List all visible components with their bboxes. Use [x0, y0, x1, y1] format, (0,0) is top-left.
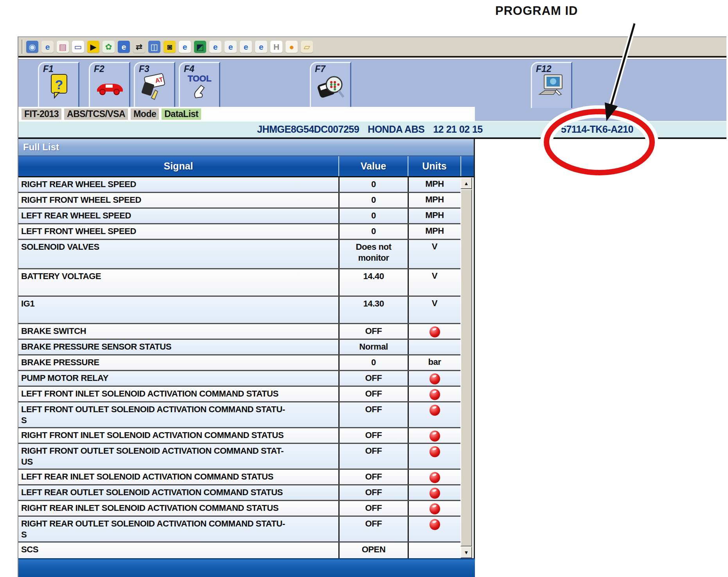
table-row[interactable]: SOLENOID VALVESDoes not monitorV	[18, 240, 460, 269]
tab-mode[interactable]: Mode	[131, 108, 159, 120]
units-cell	[408, 501, 460, 516]
table-row[interactable]: RIGHT REAR WHEEL SPEED0MPH	[18, 177, 460, 193]
table-row[interactable]: BRAKE PRESSURE SENSOR STATUSNormal	[18, 340, 460, 355]
save-icon[interactable]: ◫	[148, 41, 160, 53]
orange-globe-icon[interactable]: ●	[286, 41, 298, 53]
table-row[interactable]: BRAKE PRESSURE0bar	[18, 355, 460, 371]
red-status-led	[430, 373, 440, 384]
signal-cell: RIGHT REAR INLET SOLENOID ACTIVATION COM…	[18, 501, 338, 516]
hds-window: ◉e▤▭▶✿e⇄◫◙e◩eeeeH●▱ F1?F2F3ATF4TOOLF7F12…	[18, 36, 726, 577]
messenger-icon[interactable]: ✿	[102, 41, 115, 53]
pc-icon	[537, 74, 566, 101]
window-icon[interactable]: ▭	[72, 41, 84, 53]
table-row[interactable]: LEFT REAR OUTLET SOLENOID ACTIVATION COM…	[18, 485, 460, 501]
table-row[interactable]: PUMP MOTOR RELAYOFF	[18, 371, 460, 387]
table-row[interactable]: RIGHT REAR OUTLET SOLENOID ACTIVATION CO…	[18, 517, 460, 543]
red-status-led	[430, 431, 440, 442]
fkey-button-f3[interactable]: F3AT	[134, 62, 175, 108]
units-cell	[408, 324, 460, 339]
table-header: Signal Value Units	[18, 156, 474, 177]
table-row[interactable]: RIGHT FRONT INLET SOLENOID ACTIVATION CO…	[18, 428, 460, 444]
vertical-scrollbar[interactable]: ▲ ▼	[460, 177, 472, 558]
column-header-value[interactable]: Value	[338, 156, 408, 176]
value-cell: OPEN	[338, 543, 408, 558]
table-row[interactable]: LEFT FRONT WHEEL SPEED0MPH	[18, 224, 460, 240]
globe-icon[interactable]: ◉	[26, 41, 38, 53]
units-cell	[408, 485, 460, 500]
red-status-led	[430, 389, 440, 400]
column-header-units[interactable]: Units	[408, 156, 460, 176]
ie-icon[interactable]: e	[41, 41, 54, 53]
table-row[interactable]: SCSOPEN	[18, 543, 460, 558]
column-header-stub	[460, 156, 474, 176]
panel-footer-bar	[18, 558, 475, 577]
value-cell: OFF	[338, 470, 408, 484]
fkey-button-f2[interactable]: F2	[89, 62, 130, 108]
sync-arrows-icon[interactable]: ⇄	[133, 41, 145, 53]
units-cell	[408, 428, 460, 443]
table-row[interactable]: BATTERY VOLTAGE14.40V	[18, 269, 460, 297]
media-player-icon[interactable]: ▶	[87, 41, 99, 53]
units-cell	[408, 444, 460, 469]
fkey-button-f1[interactable]: F1?	[38, 62, 79, 108]
svg-text:?: ?	[55, 77, 63, 92]
ie-box-icon[interactable]: e	[118, 41, 130, 53]
signal-cell: LEFT FRONT INLET SOLENOID ACTIVATION COM…	[18, 387, 338, 401]
units-cell	[408, 402, 460, 427]
folder-icon[interactable]: ▱	[301, 41, 313, 53]
table-row[interactable]: LEFT FRONT INLET SOLENOID ACTIVATION COM…	[18, 387, 460, 402]
vin-value: JHMGE8G54DC007259	[257, 124, 359, 135]
signal-cell: PUMP MOTOR RELAY	[18, 371, 338, 386]
network-icon[interactable]: ◩	[194, 41, 206, 53]
fkey-button-f7[interactable]: F7	[310, 62, 351, 108]
column-header-signal[interactable]: Signal	[18, 156, 338, 176]
value-cell: 0	[338, 177, 408, 192]
signal-cell: SOLENOID VALVES	[18, 240, 338, 268]
ie-doc-icon[interactable]: e	[225, 41, 237, 53]
signal-cell: SCS	[18, 543, 338, 558]
units-cell	[408, 387, 460, 401]
tab-system[interactable]: ABS/TCS/VSA	[64, 108, 128, 120]
scrollbar-thumb[interactable]	[460, 189, 472, 546]
tab-datalist[interactable]: DataList	[162, 108, 201, 120]
table-row[interactable]: LEFT FRONT OUTLET SOLENOID ACTIVATION CO…	[18, 402, 460, 428]
fkey-label: F2	[94, 64, 104, 74]
fkey-button-f12[interactable]: F12	[531, 62, 572, 108]
table-row[interactable]: LEFT REAR INLET SOLENOID ACTIVATION COMM…	[18, 470, 460, 485]
ie-doc-icon[interactable]: e	[240, 41, 252, 53]
honda-hds-icon[interactable]: H	[270, 41, 282, 53]
ie-doc-icon[interactable]: e	[255, 41, 267, 53]
scroll-up-button[interactable]: ▲	[460, 177, 472, 189]
table-row[interactable]: LEFT REAR WHEEL SPEED0MPH	[18, 209, 460, 224]
value-cell: OFF	[338, 501, 408, 516]
units-cell: MPH	[408, 209, 460, 223]
table-row[interactable]: RIGHT FRONT OUTLET SOLENOID ACTIVATION C…	[18, 444, 460, 470]
tab-vehicle[interactable]: FIT-2013	[22, 108, 61, 120]
vehicle-icon	[94, 78, 125, 97]
document-icon[interactable]: ▤	[57, 41, 69, 53]
value-cell: 14.30	[338, 297, 408, 323]
lock-icon[interactable]: ◙	[164, 41, 176, 53]
signal-cell: LEFT REAR OUTLET SOLENOID ACTIVATION COM…	[18, 485, 338, 500]
red-status-led	[430, 446, 440, 457]
fkey-button-f4[interactable]: F4TOOL	[179, 62, 220, 108]
red-status-led	[430, 472, 440, 483]
ie-swoosh-icon[interactable]: e	[179, 41, 191, 53]
value-cell: OFF	[338, 371, 408, 386]
ie-doc-icon[interactable]: e	[209, 41, 221, 53]
red-status-led	[430, 519, 440, 530]
scroll-down-button[interactable]: ▼	[460, 546, 472, 558]
table-row[interactable]: RIGHT REAR INLET SOLENOID ACTIVATION COM…	[18, 501, 460, 517]
toolbar-grip[interactable]	[22, 40, 23, 54]
signal-cell: BRAKE SWITCH	[18, 324, 338, 339]
table-row[interactable]: RIGHT FRONT WHEEL SPEED0MPH	[18, 193, 460, 209]
table-row[interactable]: BRAKE SWITCHOFF	[18, 324, 460, 340]
value-cell: 0	[338, 193, 408, 207]
units-cell	[408, 543, 460, 558]
ecu-icon: AT	[140, 73, 169, 102]
help-icon: ?	[47, 74, 71, 101]
units-cell: V	[408, 240, 460, 268]
desktop-toolbar: ◉e▤▭▶✿e⇄◫◙e◩eeeeH●▱	[18, 37, 726, 58]
units-cell: V	[408, 269, 460, 296]
table-row[interactable]: IG114.30V	[18, 297, 460, 324]
